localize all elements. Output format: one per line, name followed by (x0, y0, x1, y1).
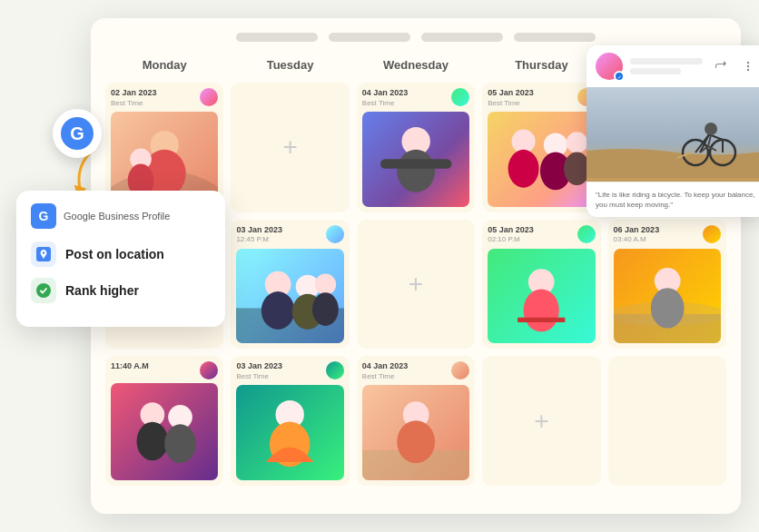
cell-tue-r0[interactable]: + (231, 83, 349, 212)
post-line-1 (630, 58, 703, 64)
share-icon[interactable] (710, 55, 732, 77)
post-line-2 (630, 68, 681, 74)
tab-3[interactable] (421, 33, 503, 42)
day-thursday: Thursday (482, 54, 600, 75)
day-wednesday: Wednesday (357, 54, 475, 75)
rank-label: Rank higher (65, 283, 139, 298)
cell-fri-r2 (608, 356, 726, 486)
cell-image (111, 383, 218, 480)
more-icon[interactable] (737, 55, 759, 77)
svg-point-48 (705, 123, 717, 135)
cell-image (488, 112, 595, 207)
tab-4[interactable] (514, 33, 596, 42)
google-brand-icon: G (31, 203, 56, 229)
popup-brand: G Google Business Profile (31, 203, 211, 229)
svg-point-37 (397, 421, 435, 464)
svg-point-20 (312, 292, 339, 326)
svg-point-30 (137, 422, 169, 461)
cell-image (614, 249, 721, 344)
svg-point-44 (747, 69, 749, 71)
day-monday: Monday (105, 54, 223, 75)
post-preview-card: "Life is like riding a bicycle. To keep … (586, 45, 759, 217)
cell-tue-r1[interactable]: 03 Jan 2023 12:45 P.M (231, 220, 349, 350)
popup-item-rank[interactable]: Rank higher (31, 278, 211, 303)
cell-wed-r0[interactable]: 04 Jan 2023 Best Time (357, 83, 475, 212)
cell-tue-r2[interactable]: 03 Jan 2023 Best Time (231, 356, 349, 486)
cell-image (488, 249, 595, 344)
brand-label: Google Business Profile (64, 211, 170, 222)
svg-point-40 (43, 251, 44, 253)
svg-point-6 (397, 150, 435, 192)
svg-point-42 (747, 62, 749, 64)
svg-point-19 (315, 273, 337, 295)
cell-image (362, 112, 469, 207)
svg-point-27 (650, 288, 684, 328)
post-quote: "Life is like riding a bicycle. To keep … (586, 182, 759, 217)
cell-thu-r0[interactable]: 05 Jan 2023 Best Time (482, 83, 600, 212)
post-avatar (596, 53, 623, 80)
cell-image (236, 249, 343, 344)
cell-wed-r2[interactable]: 04 Jan 2023 Best Time (357, 356, 475, 486)
svg-point-32 (164, 425, 196, 464)
avatar (326, 361, 344, 379)
svg-point-12 (567, 132, 588, 153)
cell-thu-r2[interactable]: + (482, 356, 600, 486)
svg-point-41 (36, 283, 51, 298)
svg-point-16 (261, 291, 295, 330)
google-badge[interactable]: G (53, 109, 102, 158)
top-tabs (105, 33, 726, 42)
rank-icon (31, 278, 56, 303)
svg-point-43 (747, 65, 749, 67)
cell-mon-r2[interactable]: 11:40 A.M (105, 356, 223, 486)
day-tuesday: Tuesday (231, 54, 349, 75)
post-text-preview (630, 58, 703, 74)
avatar (703, 225, 721, 243)
post-image (586, 87, 759, 182)
tab-1[interactable] (236, 33, 318, 42)
verified-badge (614, 71, 625, 82)
svg-rect-7 (380, 159, 451, 168)
location-label: Post on location (65, 247, 164, 261)
tab-2[interactable] (329, 33, 410, 42)
avatar (200, 88, 218, 106)
cell-image (236, 385, 343, 480)
avatar (577, 225, 596, 243)
cell-thu-r1[interactable]: 05 Jan 2023 02:10 P.M (482, 220, 600, 350)
google-g-letter: G (61, 117, 94, 150)
svg-point-22 (524, 289, 559, 331)
avatar (451, 361, 469, 379)
cell-image (362, 385, 469, 480)
popup-item-location[interactable]: Post on location (31, 241, 211, 267)
location-icon (31, 241, 56, 267)
cell-wed-r1[interactable]: + (357, 220, 475, 350)
popup-card: G Google Business Profile Post on locati… (16, 191, 225, 327)
avatar (326, 225, 344, 243)
post-actions (710, 55, 759, 77)
avatar (200, 361, 218, 379)
cell-fri-r1[interactable]: 06 Jan 2023 03:40 A.M (608, 220, 726, 350)
post-header (586, 45, 759, 87)
avatar (451, 88, 469, 106)
svg-point-9 (508, 150, 539, 188)
